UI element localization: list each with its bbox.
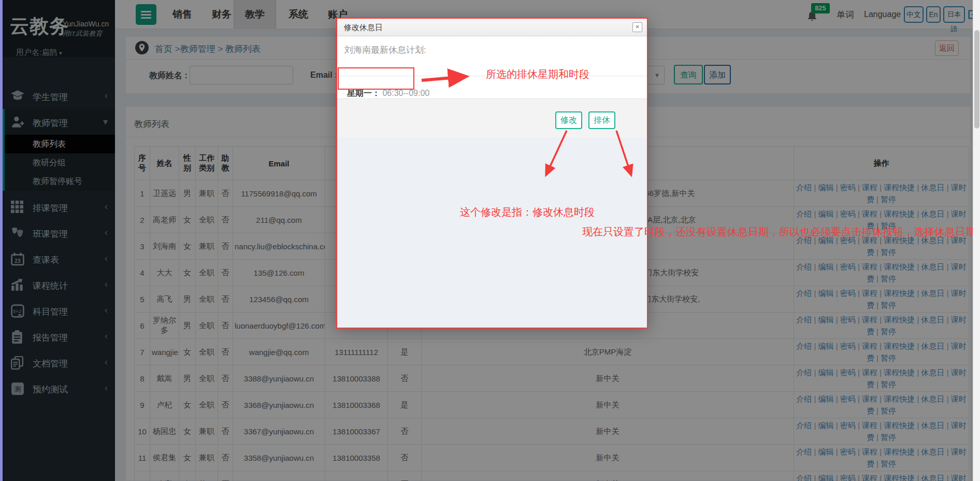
app-window: 云教务 YunJiaoWu.cn 用IT武装教育 用户名:扁鹊 ▾ 学生管理 ‹: [0, 0, 980, 481]
modify-rest-day-dialog: 修改休息日 × 刘海南最新休息计划: 星期一： 06:30--09:00 修改 …: [337, 19, 647, 328]
rest-schedule-button[interactable]: 排休: [588, 111, 615, 129]
rest-plan-label: 刘海南最新休息计划:: [344, 44, 426, 56]
close-icon[interactable]: ×: [632, 22, 642, 32]
schedule-entry: 星期一： 06:30--09:00: [347, 88, 429, 99]
dialog-titlebar[interactable]: 修改休息日 ×: [337, 19, 647, 36]
page-scrollbar[interactable]: [973, 0, 980, 481]
dialog-footer: 修改 排休: [337, 98, 647, 137]
dialog-title: 修改休息日: [344, 23, 383, 33]
modify-button[interactable]: 修改: [555, 111, 582, 129]
window-edge: [0, 0, 3, 481]
dialog-divider: [337, 76, 647, 76]
scrollbar-thumb[interactable]: [974, 30, 979, 129]
dialog-body: 刘海南最新休息计划: 星期一： 06:30--09:00: [337, 36, 647, 98]
schedule-day: 星期一：: [347, 89, 380, 97]
schedule-time: 06:30--09:00: [382, 89, 429, 97]
